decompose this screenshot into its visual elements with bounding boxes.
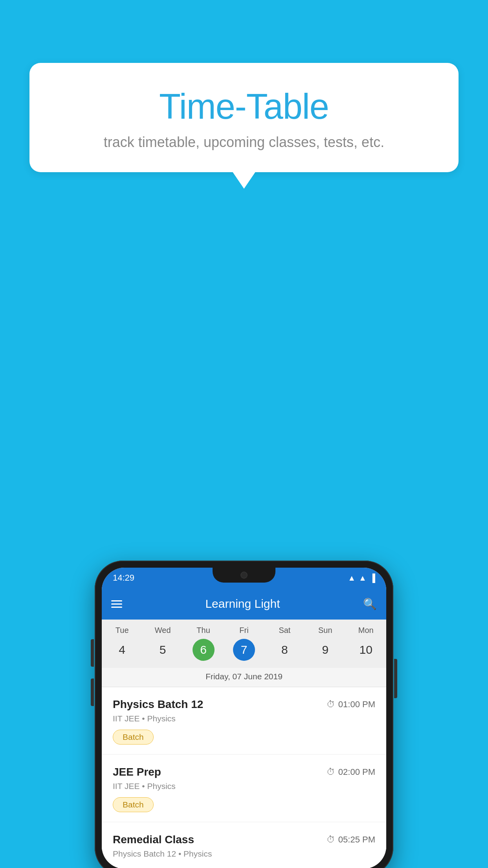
phone-camera (240, 572, 248, 579)
day-labels: Tue Wed Thu Fri Sat Sun Mon (102, 620, 386, 636)
class-card-2-header: JEE Prep ⏱ 02:00 PM (113, 766, 375, 778)
bubble-title: Time-Table (45, 86, 443, 127)
class-1-badge: Batch (113, 730, 154, 745)
day-label-fri: Fri (224, 626, 264, 635)
app-title: Learning Light (122, 597, 363, 611)
class-2-time-value: 02:00 PM (338, 767, 375, 777)
speech-bubble: Time-Table track timetable, upcoming cla… (29, 63, 459, 172)
clock-icon-2: ⏱ (327, 767, 335, 777)
signal-icon: ▲ (359, 574, 367, 583)
class-1-time: ⏱ 01:00 PM (327, 699, 375, 710)
phone-outer: 14:29 ▲ ▲ ▐ Learning Light 🔍 (95, 561, 393, 868)
day-4[interactable]: 4 (102, 638, 142, 662)
phone-btn-power (394, 659, 397, 698)
status-icons: ▲ ▲ ▐ (348, 574, 375, 583)
class-3-time-value: 05:25 PM (338, 835, 375, 845)
status-time: 14:29 (113, 573, 134, 583)
clock-icon-1: ⏱ (327, 699, 335, 710)
class-card-1[interactable]: Physics Batch 12 ⏱ 01:00 PM IIT JEE • Ph… (102, 687, 386, 754)
search-button[interactable]: 🔍 (363, 598, 377, 611)
day-9[interactable]: 9 (305, 638, 345, 662)
class-1-name: Physics Batch 12 (113, 698, 203, 711)
class-card-2[interactable]: JEE Prep ⏱ 02:00 PM IIT JEE • Physics Ba… (102, 755, 386, 822)
day-label-thu: Thu (183, 626, 224, 635)
calendar-week: Tue Wed Thu Fri Sat Sun Mon 4 5 6 7 (102, 620, 386, 687)
class-2-subtitle: IIT JEE • Physics (113, 782, 375, 791)
phone-btn-vol-down (91, 679, 94, 706)
day-6[interactable]: 6 (183, 639, 224, 661)
class-2-badge: Batch (113, 797, 154, 812)
class-3-time: ⏱ 05:25 PM (327, 835, 375, 845)
class-1-subtitle: IIT JEE • Physics (113, 714, 375, 723)
battery-icon: ▐ (370, 574, 375, 583)
class-2-name: JEE Prep (113, 766, 161, 778)
class-1-time-value: 01:00 PM (338, 699, 375, 710)
app-bar: Learning Light 🔍 (102, 588, 386, 620)
day-label-sat: Sat (264, 626, 305, 635)
class-2-time: ⏱ 02:00 PM (327, 767, 375, 777)
day-numbers: 4 5 6 7 8 9 10 (102, 636, 386, 668)
hamburger-menu-button[interactable] (111, 600, 122, 608)
day-label-sun: Sun (305, 626, 345, 635)
selected-date: Friday, 07 June 2019 (102, 668, 386, 687)
phone-notch (213, 568, 275, 583)
class-card-3[interactable]: Remedial Class ⏱ 05:25 PM Physics Batch … (102, 822, 386, 868)
day-7-circle: 7 (233, 639, 255, 661)
phone-btn-vol-up (91, 639, 94, 667)
clock-icon-3: ⏱ (327, 835, 335, 845)
phone-screen: 14:29 ▲ ▲ ▐ Learning Light 🔍 (102, 568, 386, 868)
class-card-3-header: Remedial Class ⏱ 05:25 PM (113, 833, 375, 846)
bubble-subtitle: track timetable, upcoming classes, tests… (45, 134, 443, 151)
day-label-tue: Tue (102, 626, 142, 635)
day-6-circle: 6 (193, 639, 215, 661)
wifi-icon: ▲ (348, 574, 356, 583)
day-label-wed: Wed (142, 626, 183, 635)
classes-list: Physics Batch 12 ⏱ 01:00 PM IIT JEE • Ph… (102, 687, 386, 868)
class-3-subtitle: Physics Batch 12 • Physics (113, 849, 375, 859)
day-10[interactable]: 10 (346, 638, 386, 662)
day-7[interactable]: 7 (224, 639, 264, 661)
class-3-name: Remedial Class (113, 833, 194, 846)
class-card-1-header: Physics Batch 12 ⏱ 01:00 PM (113, 698, 375, 711)
day-8[interactable]: 8 (264, 638, 305, 662)
day-label-mon: Mon (346, 626, 386, 635)
day-5[interactable]: 5 (142, 638, 183, 662)
phone-wrapper: 14:29 ▲ ▲ ▐ Learning Light 🔍 (95, 561, 393, 868)
